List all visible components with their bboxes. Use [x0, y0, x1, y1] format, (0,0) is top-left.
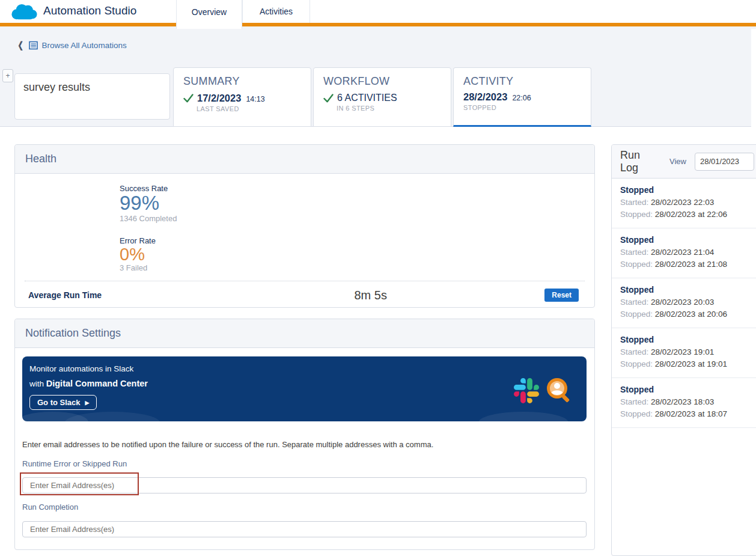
last-saved-date: 17/2/2023 — [197, 93, 241, 104]
run-log-entry[interactable]: Stopped Started: 28/02/2023 22:03 Stoppe… — [612, 179, 756, 228]
run-log-entry[interactable]: Stopped Started: 28/02/2023 19:01 Stoppe… — [612, 328, 756, 378]
app-header: Automation Studio Overview Activities — [0, 0, 756, 23]
summary-card-title: SUMMARY — [183, 75, 301, 88]
list-icon — [29, 41, 38, 50]
run-log-panel: Run Log View 28/01/2023 Stopped Started:… — [611, 144, 756, 556]
started-value: 28/02/2023 19:01 — [651, 347, 714, 356]
stopped-label: Stopped: — [620, 359, 653, 368]
started-label: Started: — [620, 298, 648, 307]
scroll-gutter — [751, 29, 756, 127]
activity-date: 28/2/2023 — [463, 91, 507, 103]
run-log-entry[interactable]: Stopped Started: 28/02/2023 21:04 Stoppe… — [612, 228, 756, 278]
tab-overview[interactable]: Overview — [176, 0, 242, 29]
success-rate-value: 99% — [120, 193, 594, 214]
runtime-error-label: Runtime Error or Skipped Run — [22, 459, 127, 468]
average-run-time-row: Average Run Time 8m 5s Reset — [15, 281, 594, 309]
stopped-label: Stopped: — [620, 409, 653, 418]
salesforce-cloud-icon — [8, 3, 40, 21]
stopped-label: Stopped: — [620, 210, 653, 219]
stopped-value: 28/02/2023 at 22:06 — [655, 210, 727, 219]
error-rate-value: 0% — [120, 245, 594, 263]
run-log-entry[interactable]: Stopped Started: 28/02/2023 18:03 Stoppe… — [612, 378, 756, 428]
run-completion-email-input[interactable] — [22, 521, 587, 537]
activity-card-subtitle: STOPPED — [463, 104, 581, 111]
stopped-value: 28/02/2023 at 18:07 — [655, 409, 727, 418]
automation-name-field[interactable]: survey results — [14, 73, 170, 120]
banner-subline-product: Digital Command Center — [46, 379, 148, 388]
success-rate-sub: 1346 Completed — [120, 214, 594, 223]
stopped-value: 28/02/2023 at 20:06 — [655, 310, 727, 319]
run-status: Stopped — [620, 385, 754, 394]
summary-card-subtitle: LAST SAVED — [197, 105, 301, 112]
run-log-header: Run Log View 28/01/2023 — [612, 145, 756, 179]
stopped-label: Stopped: — [620, 260, 653, 269]
run-log-view-label: View — [669, 157, 686, 166]
run-status: Stopped — [620, 335, 754, 344]
started-label: Started: — [620, 248, 648, 257]
banner-subline-prefix: with — [29, 379, 46, 388]
workflow-card-subtitle: IN 6 STEPS — [337, 105, 441, 112]
workflow-card[interactable]: WORKFLOW 6 ACTIVITIES IN 6 STEPS — [313, 67, 451, 127]
workflow-activities: 6 ACTIVITIES — [337, 93, 397, 103]
last-saved-time: 14:13 — [246, 95, 264, 104]
add-panel-button[interactable]: + — [2, 69, 13, 82]
success-rate-metric: Success Rate 99% 1346 Completed — [120, 184, 594, 223]
banner-subline: with Digital Command Center — [29, 379, 148, 388]
run-status: Stopped — [620, 235, 754, 245]
stopped-value: 28/02/2023 at 19:01 — [655, 359, 727, 368]
error-rate-label: Error Rate — [120, 236, 594, 245]
breadcrumb[interactable]: ❮ Browse All Automations — [17, 40, 127, 50]
run-log-title: Run Log — [620, 149, 653, 174]
user-search-icon — [544, 376, 573, 405]
stopped-label: Stopped: — [620, 310, 653, 319]
run-completion-label: Run Completion — [22, 503, 78, 512]
started-label: Started: — [620, 198, 648, 207]
activity-time: 22:06 — [512, 94, 531, 103]
app-title: Automation Studio — [43, 4, 136, 17]
email-helper-text: Enter email addresses to be notified upo… — [22, 440, 433, 449]
tab-activities[interactable]: Activities — [242, 0, 310, 23]
started-value: 28/02/2023 22:03 — [651, 198, 714, 207]
breadcrumb-link[interactable]: Browse All Automations — [42, 41, 127, 50]
run-log-list: Stopped Started: 28/02/2023 22:03 Stoppe… — [612, 179, 756, 428]
workflow-card-title: WORKFLOW — [323, 75, 441, 88]
started-value: 28/02/2023 21:04 — [651, 248, 714, 257]
check-icon — [323, 94, 334, 103]
activity-card-title: ACTIVITY — [463, 75, 581, 88]
slack-promo-banner: Monitor automations in Slack with Digita… — [22, 356, 587, 421]
started-label: Started: — [620, 397, 648, 406]
error-rate-sub: 3 Failed — [120, 263, 594, 272]
go-to-slack-button[interactable]: Go to Slack▶ — [29, 395, 97, 410]
notification-settings-title: Notification Settings — [15, 319, 594, 348]
slack-logo-icon — [514, 378, 539, 403]
health-section-title: Health — [15, 145, 594, 174]
cloud-shape — [478, 412, 569, 421]
health-section: Health Success Rate 99% 1346 Completed E… — [14, 144, 595, 308]
run-log-entry[interactable]: Stopped Started: 28/02/2023 20:03 Stoppe… — [612, 278, 756, 328]
error-rate-metric: Error Rate 0% 3 Failed — [120, 236, 594, 272]
runtime-error-email-input[interactable] — [22, 477, 587, 493]
arrow-right-icon: ▶ — [85, 400, 90, 406]
success-rate-label: Success Rate — [120, 184, 594, 193]
chevron-left-icon[interactable]: ❮ — [18, 40, 23, 50]
run-log-date-select[interactable]: 28/01/2023 — [695, 153, 754, 171]
summary-card[interactable]: SUMMARY 17/2/2023 14:13 LAST SAVED — [173, 67, 311, 127]
notification-settings-section: Notification Settings Monitor automation… — [14, 319, 595, 550]
started-label: Started: — [620, 347, 648, 356]
banner-headline: Monitor automations in Slack — [29, 364, 133, 373]
cloud-shape — [64, 412, 160, 421]
stopped-value: 28/02/2023 at 21:08 — [655, 260, 727, 269]
automation-studio-page: Automation Studio Overview Activities ❮ … — [0, 0, 756, 556]
run-status: Stopped — [620, 185, 754, 195]
run-status: Stopped — [620, 285, 754, 295]
activity-card[interactable]: ACTIVITY 28/2/2023 22:06 STOPPED — [453, 67, 591, 127]
go-to-slack-label: Go to Slack — [37, 398, 81, 407]
started-value: 28/02/2023 20:03 — [651, 298, 714, 307]
average-run-time-value: 8m 5s — [197, 289, 544, 302]
check-icon — [183, 94, 194, 103]
average-run-time-label: Average Run Time — [28, 290, 197, 300]
started-value: 28/02/2023 18:03 — [651, 397, 714, 406]
reset-button[interactable]: Reset — [544, 289, 579, 302]
